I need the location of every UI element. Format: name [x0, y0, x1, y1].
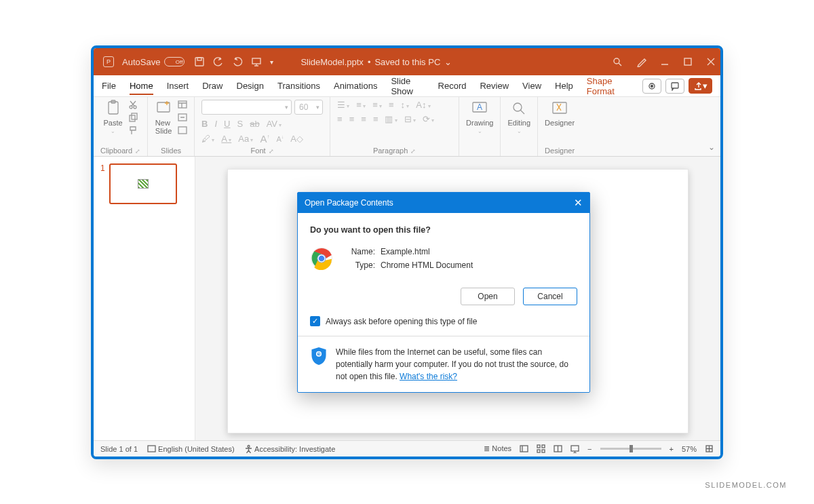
- zoom-level[interactable]: 57%: [682, 445, 697, 453]
- new-slide-button[interactable]: New Slide: [155, 100, 172, 135]
- whats-the-risk-link[interactable]: What's the risk?: [400, 372, 457, 381]
- security-warning-text: While files from the Internet can be use…: [336, 346, 577, 383]
- font-fill-button[interactable]: A: [221, 134, 231, 144]
- font-color-button[interactable]: 🖊: [201, 134, 214, 144]
- slideshow-view-icon[interactable]: [570, 444, 579, 453]
- present-icon[interactable]: [251, 56, 262, 67]
- tab-design[interactable]: Design: [237, 78, 264, 94]
- drawing-button[interactable]: A Drawing⌄: [466, 100, 493, 134]
- change-case-button[interactable]: Aa: [238, 134, 253, 144]
- zoom-in-button[interactable]: +: [670, 445, 674, 453]
- font-launcher-icon[interactable]: ⤢: [269, 148, 274, 155]
- thumb-number: 1: [100, 163, 105, 204]
- paste-button[interactable]: Paste⌄: [103, 100, 122, 134]
- sorter-view-icon[interactable]: [537, 444, 545, 453]
- svg-point-10: [130, 106, 132, 109]
- collapse-ribbon-icon[interactable]: ⌄: [708, 142, 715, 152]
- tab-view[interactable]: View: [522, 78, 541, 94]
- indent-dec-button[interactable]: ≡: [372, 100, 382, 110]
- tab-home[interactable]: Home: [130, 78, 153, 95]
- format-painter-icon[interactable]: [128, 125, 138, 135]
- zoom-out-button[interactable]: −: [587, 445, 592, 453]
- char-spacing-button[interactable]: AV: [267, 119, 282, 129]
- tab-help[interactable]: Help: [555, 78, 573, 94]
- section-icon[interactable]: [178, 125, 187, 135]
- autosave-toggle[interactable]: AutoSave Off: [122, 57, 185, 67]
- shadow-button[interactable]: S: [237, 119, 244, 129]
- tab-review[interactable]: Review: [480, 78, 509, 94]
- always-ask-checkbox[interactable]: ✓: [310, 316, 320, 326]
- layout-icon[interactable]: [178, 100, 187, 109]
- cancel-button[interactable]: Cancel: [523, 288, 577, 305]
- copy-icon[interactable]: [128, 113, 138, 122]
- underline-button[interactable]: U: [224, 119, 230, 129]
- para-launcher-icon[interactable]: ⤢: [410, 148, 416, 155]
- tab-insert[interactable]: Insert: [167, 78, 189, 94]
- smartart-button[interactable]: ⟳: [423, 114, 434, 124]
- shrink-font-button[interactable]: A↓: [276, 134, 284, 143]
- close-icon[interactable]: [705, 56, 716, 67]
- columns-button[interactable]: ▥: [385, 114, 397, 124]
- minimize-icon[interactable]: [659, 56, 670, 67]
- editing-button[interactable]: Editing⌄: [507, 100, 530, 134]
- accessibility-status[interactable]: Accessibility: Investigate: [244, 444, 336, 453]
- qat-more-icon[interactable]: ▾: [270, 58, 273, 66]
- search-icon[interactable]: [612, 56, 623, 67]
- tab-slideshow[interactable]: Slide Show: [391, 73, 424, 99]
- align-text-button[interactable]: ⊟: [404, 114, 416, 124]
- doc-name: SlideModel.pptx: [301, 57, 364, 67]
- tab-shape-format[interactable]: Shape Format: [587, 73, 629, 99]
- svg-point-3: [614, 58, 619, 64]
- maximize-icon[interactable]: [682, 56, 693, 67]
- save-icon[interactable]: [194, 56, 205, 67]
- svg-rect-1: [197, 58, 201, 60]
- tab-record[interactable]: Record: [438, 78, 467, 94]
- bullets-button[interactable]: ☰: [337, 100, 349, 110]
- undo-icon[interactable]: [213, 56, 224, 67]
- slide-counter[interactable]: Slide 1 of 1: [100, 445, 138, 453]
- grow-font-button[interactable]: A↑: [260, 133, 269, 144]
- zoom-slider[interactable]: [600, 448, 661, 450]
- reading-view-icon[interactable]: [554, 444, 562, 453]
- tab-transitions[interactable]: Transitions: [277, 78, 320, 94]
- fit-window-icon[interactable]: [705, 444, 714, 453]
- justify-button[interactable]: ≡: [373, 114, 379, 124]
- redo-icon[interactable]: [232, 56, 243, 67]
- open-button[interactable]: Open: [461, 288, 515, 305]
- tab-animations[interactable]: Animations: [334, 78, 377, 94]
- svg-rect-17: [178, 127, 187, 134]
- cut-icon[interactable]: [128, 100, 138, 109]
- comments-button[interactable]: [665, 79, 684, 94]
- reset-icon[interactable]: [178, 113, 187, 122]
- font-size-combo[interactable]: 60: [294, 100, 323, 115]
- tab-draw[interactable]: Draw: [202, 78, 222, 94]
- svg-point-34: [318, 255, 325, 262]
- clear-format-button[interactable]: A◇: [290, 134, 303, 144]
- document-title[interactable]: SlideModel.pptx • Saved to this PC ⌄: [301, 57, 452, 67]
- line-spacing-button[interactable]: ↕: [401, 100, 410, 110]
- share-button[interactable]: ▾: [689, 78, 712, 94]
- align-left-button[interactable]: ≡: [337, 114, 343, 124]
- text-direction-button[interactable]: A↕: [416, 100, 430, 110]
- language-status[interactable]: English (United States): [147, 444, 235, 453]
- drawpen-icon[interactable]: [636, 56, 647, 67]
- slide-thumbnail-1[interactable]: [109, 163, 177, 204]
- clipboard-launcher-icon[interactable]: ⤢: [135, 148, 140, 155]
- tab-file[interactable]: File: [102, 78, 116, 94]
- camera-button[interactable]: [642, 79, 661, 94]
- designer-button[interactable]: Designer: [545, 100, 575, 127]
- group-drawing: A Drawing⌄: [459, 97, 501, 156]
- notes-button[interactable]: ≣ Notes: [484, 444, 511, 453]
- chrome-icon: [310, 247, 333, 270]
- strike-button[interactable]: ab: [250, 119, 259, 129]
- italic-button[interactable]: I: [214, 119, 217, 129]
- bold-button[interactable]: B: [201, 119, 208, 129]
- powerpoint-window: P AutoSave Off ▾ SlideModel.pptx • Saved…: [91, 45, 723, 459]
- font-family-combo[interactable]: [201, 100, 292, 115]
- normal-view-icon[interactable]: [520, 444, 528, 453]
- align-right-button[interactable]: ≡: [361, 114, 366, 124]
- align-center-button[interactable]: ≡: [349, 114, 355, 124]
- numbering-button[interactable]: ≡: [356, 100, 366, 110]
- dialog-close-icon[interactable]: ✕: [574, 197, 583, 209]
- indent-inc-button[interactable]: ≡: [389, 100, 394, 110]
